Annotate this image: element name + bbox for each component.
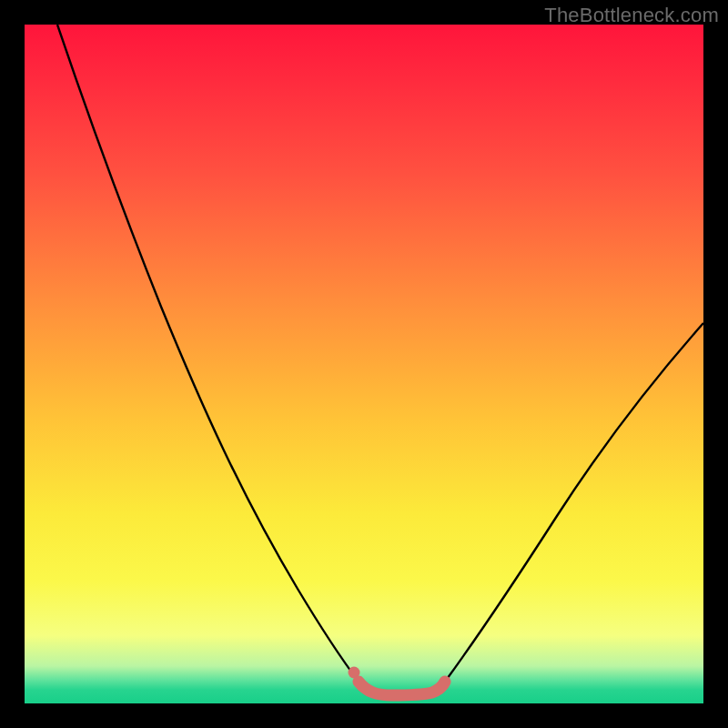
chart-frame: TheBottleneck.com [0, 0, 728, 728]
curve-layer [25, 25, 703, 703]
left-curve [57, 25, 359, 682]
right-curve [445, 323, 703, 682]
plot-area [25, 25, 703, 703]
valley-segment [359, 682, 445, 695]
watermark-text: TheBottleneck.com [544, 4, 719, 27]
